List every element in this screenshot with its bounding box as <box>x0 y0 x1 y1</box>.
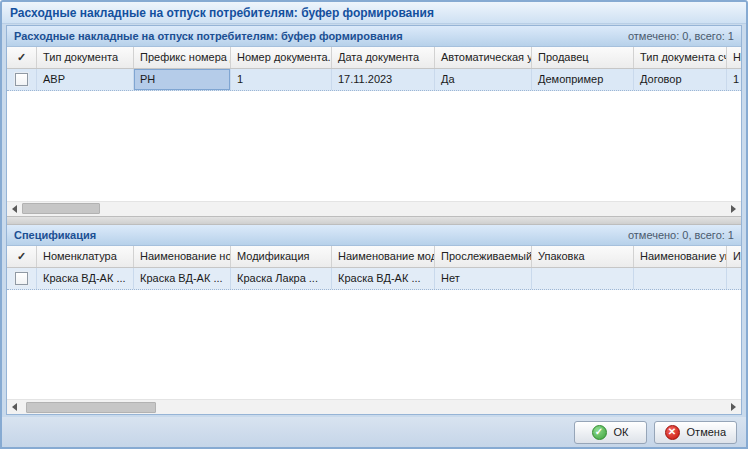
table-cell[interactable] <box>727 268 741 289</box>
table-cell[interactable]: Нет <box>435 268 532 289</box>
cancel-icon: ✕ <box>665 425 680 440</box>
invoices-horizontal-scrollbar[interactable] <box>7 201 741 216</box>
column-header[interactable]: Наименование ном <box>134 246 231 267</box>
dialog-window: Расходные накладные на отпуск потребител… <box>0 0 748 449</box>
column-header[interactable]: Автоматическая у <box>435 47 532 68</box>
table-cell[interactable]: Краска ВД-АК ... <box>332 268 435 289</box>
invoices-panel-header: Расходные накладные на отпуск потребител… <box>7 26 741 47</box>
specification-panel-header: Спецификация отмечено: 0, всего: 1 <box>7 225 741 246</box>
specification-table: ✓НоменклатураНаименование номМодификация… <box>7 246 741 290</box>
panel-splitter[interactable] <box>7 216 741 225</box>
table-cell[interactable]: 1 <box>727 69 741 90</box>
column-header[interactable]: Номер документа. <box>231 47 332 68</box>
row-checkbox-cell <box>7 69 37 90</box>
check-column-header[interactable]: ✓ <box>7 246 37 267</box>
row-checkbox-cell <box>7 268 37 289</box>
row-checkbox[interactable] <box>15 272 28 285</box>
table-cell[interactable]: Да <box>435 69 532 90</box>
invoices-panel: Расходные накладные на отпуск потребител… <box>7 26 741 216</box>
column-header[interactable]: Дата документа <box>332 47 435 68</box>
cancel-button-label: Отмена <box>687 426 726 438</box>
table-row[interactable]: АВРРН117.11.2023ДаДемопримерДоговор1 <box>7 69 741 91</box>
specification-table-empty-area <box>7 290 741 400</box>
invoices-table-empty-area <box>7 91 741 201</box>
invoices-table: ✓Тип документаПрефикс номера дНомер доку… <box>7 47 741 91</box>
table-cell[interactable]: Договор <box>634 69 727 90</box>
column-header[interactable]: Упаковка <box>532 246 634 267</box>
table-cell[interactable]: АВР <box>37 69 134 90</box>
scrollbar-thumb[interactable] <box>26 402 156 413</box>
scroll-right-arrow-icon[interactable] <box>731 403 736 411</box>
ok-icon: ✓ <box>592 425 607 440</box>
table-header-row: ✓НоменклатураНаименование номМодификация… <box>7 246 741 268</box>
scroll-left-arrow-icon[interactable] <box>12 205 17 213</box>
column-header[interactable]: Наименование мод <box>332 246 435 267</box>
ok-button[interactable]: ✓ ОК <box>574 421 647 444</box>
table-cell[interactable]: Краска ВД-АК ... <box>134 268 231 289</box>
column-header[interactable]: Продавец <box>532 47 634 68</box>
scrollbar-thumb[interactable] <box>22 203 100 214</box>
table-row[interactable]: Краска ВД-АК ...Краска ВД-АК ...Краска Л… <box>7 268 741 290</box>
scroll-right-arrow-icon[interactable] <box>731 205 736 213</box>
column-header[interactable]: Номенклатура <box>37 246 134 267</box>
column-header[interactable]: И <box>727 246 741 267</box>
invoices-panel-counter: отмечено: 0, всего: 1 <box>628 30 734 42</box>
window-title: Расходные накладные на отпуск потребител… <box>10 6 434 20</box>
table-cell[interactable]: 1 <box>231 69 332 90</box>
footer-bar: ✓ ОК ✕ Отмена <box>2 417 746 447</box>
specification-horizontal-scrollbar[interactable] <box>7 399 741 414</box>
specification-panel: Спецификация отмечено: 0, всего: 1 ✓Номе… <box>7 225 741 415</box>
column-header[interactable]: Н <box>727 47 741 68</box>
column-header[interactable]: Тип документа счё <box>634 47 727 68</box>
column-header[interactable]: Тип документа <box>37 47 134 68</box>
cancel-button[interactable]: ✕ Отмена <box>654 421 737 444</box>
row-checkbox[interactable] <box>15 73 28 86</box>
table-cell[interactable]: 17.11.2023 <box>332 69 435 90</box>
table-header-row: ✓Тип документаПрефикс номера дНомер доку… <box>7 47 741 69</box>
content-area: Расходные накладные на отпуск потребител… <box>6 25 742 415</box>
scroll-left-arrow-icon[interactable] <box>12 403 17 411</box>
table-cell[interactable]: Краска ВД-АК ... <box>37 268 134 289</box>
ok-button-label: ОК <box>614 426 629 438</box>
check-column-header[interactable]: ✓ <box>7 47 37 68</box>
specification-panel-counter: отмечено: 0, всего: 1 <box>628 229 734 241</box>
column-header[interactable]: Наименование упа <box>634 246 727 267</box>
table-cell[interactable] <box>532 268 634 289</box>
invoices-panel-title: Расходные накладные на отпуск потребител… <box>14 30 403 42</box>
specification-panel-title: Спецификация <box>14 229 96 241</box>
table-cell[interactable]: РН <box>134 69 231 90</box>
table-cell[interactable]: Демопример <box>532 69 634 90</box>
table-cell[interactable] <box>634 268 727 289</box>
title-bar[interactable]: Расходные накладные на отпуск потребител… <box>2 2 746 24</box>
table-cell[interactable]: Краска Лакра ... <box>231 268 332 289</box>
column-header[interactable]: Прослеживаемый т <box>435 246 532 267</box>
column-header[interactable]: Префикс номера д <box>134 47 231 68</box>
column-header[interactable]: Модификация <box>231 246 332 267</box>
